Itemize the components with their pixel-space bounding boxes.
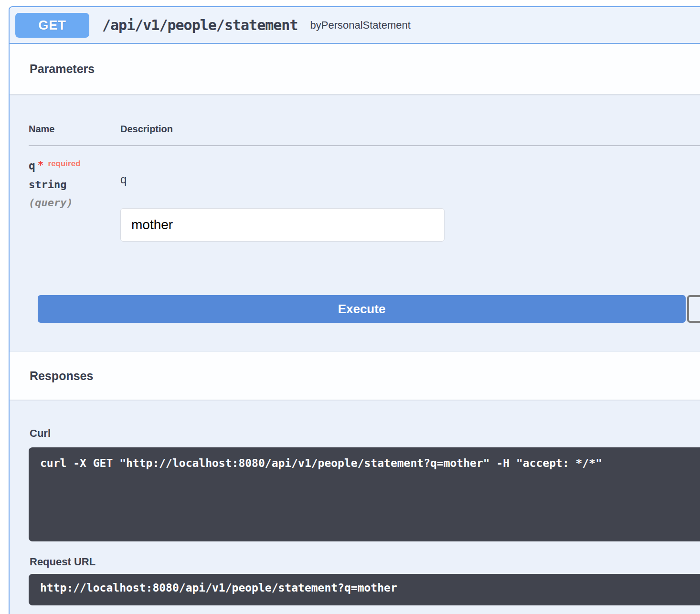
parameter-row-q: q*required string (query) q [29,146,700,242]
parameter-location: (query) [29,197,120,209]
parameter-name: q*required [29,159,120,172]
parameter-name-cell: q*required string (query) [29,159,120,242]
column-header-name: Name [29,124,120,145]
request-url-text: http://localhost:8080/api/v1/people/stat… [29,574,700,603]
parameter-description-cell: q [120,159,700,242]
parameters-title: Parameters [30,62,95,76]
parameter-type: string [29,179,120,191]
parameters-table-header: Name Description [29,124,700,146]
execute-row: Execute [38,295,700,323]
curl-command-text[interactable]: curl -X GET "http://localhost:8080/api/v… [29,447,700,479]
request-url-block: http://localhost:8080/api/v1/people/stat… [29,574,700,605]
endpoint-path: /api/v1/people/statement [102,17,297,33]
execute-button[interactable]: Execute [38,295,686,323]
required-star: * [38,159,44,171]
responses-title: Responses [30,369,93,383]
operation-block: GET /api/v1/people/statement byPersonalS… [9,6,700,614]
operation-summary-header[interactable]: GET /api/v1/people/statement byPersonalS… [10,7,700,44]
parameter-q-input[interactable] [120,208,445,242]
request-url-label: Request URL [29,556,700,568]
parameters-section-header: Parameters [10,44,700,94]
http-method-badge[interactable]: GET [15,13,89,38]
parameter-description: q [120,173,700,186]
operation-id: byPersonalStatement [310,19,410,32]
required-label: required [48,159,81,168]
clear-button[interactable] [687,295,700,323]
parameter-name-text: q [29,159,35,172]
curl-command-block[interactable]: curl -X GET "http://localhost:8080/api/v… [29,447,700,541]
responses-section-header: Responses [10,352,700,400]
curl-label: Curl [29,427,700,440]
parameters-content: Name Description q*required string (quer… [10,94,700,323]
responses-content: Curl curl -X GET "http://localhost:8080/… [10,400,700,614]
column-header-description: Description [120,124,700,145]
